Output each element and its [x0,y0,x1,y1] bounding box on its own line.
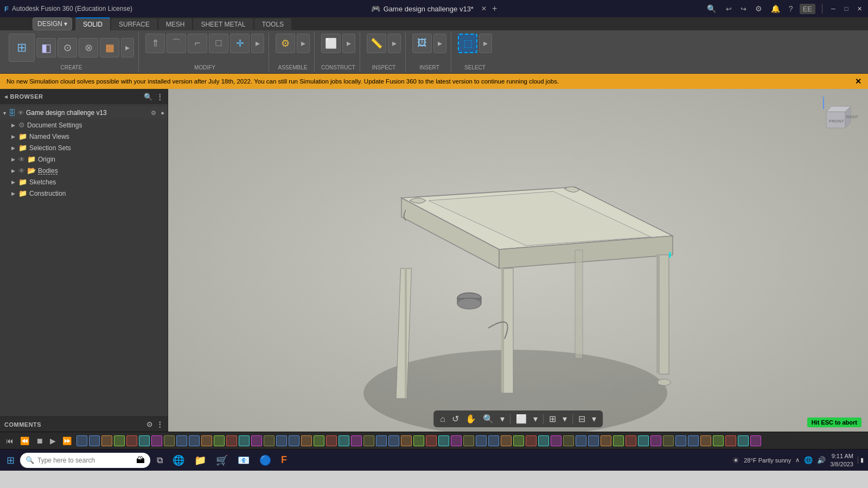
maximize-button[interactable]: □ [842,4,851,13]
timeline-icon-38[interactable] [551,435,561,446]
volume-icon[interactable]: 🔊 [817,456,826,464]
taskbar-edge-icon[interactable]: 🌐 [169,453,188,467]
more-select-button[interactable]: ▸ [479,34,492,53]
tab-mesh[interactable]: MESH [158,18,193,30]
grid-button[interactable]: ⊞ [547,413,558,425]
root-gear-icon[interactable]: ⚙ [151,110,156,117]
tree-item-construction[interactable]: ▶ 📁 Construction [0,188,168,199]
timeline-prev-button[interactable]: ⏪ [18,435,31,446]
timeline-icon-32[interactable] [476,435,487,446]
settings-icon[interactable]: ⚙ [753,3,764,14]
more-insert-button[interactable]: ▸ [433,34,446,53]
timeline-icon-42[interactable] [601,435,611,446]
joint-button[interactable]: ⚙ [276,34,295,53]
collapse-browser-icon[interactable]: ◂ [4,93,8,100]
section-dropdown-button[interactable]: ▾ [590,413,598,425]
add-tab-icon[interactable]: + [492,4,497,14]
timeline-icon-40[interactable] [576,435,586,446]
new-component-button[interactable]: ⊞ [9,34,35,62]
timeline-icon-4[interactable] [126,435,137,446]
display-dropdown-button[interactable]: ▾ [531,413,540,425]
home-view-button[interactable]: ⌂ [438,413,448,425]
timeline-icon-51[interactable] [713,435,724,446]
design-mode-button[interactable]: DESIGN ▾ [33,17,72,30]
timeline-icon-54[interactable] [750,435,761,446]
more-modify-button[interactable]: ▸ [251,34,264,53]
undo-icon[interactable]: ↩ [724,4,734,14]
tree-item-origin[interactable]: ▶ 👁 📁 Origin [0,153,168,165]
timeline-icon-30[interactable] [451,435,462,446]
timeline-icon-24[interactable] [376,435,387,446]
zoom-button[interactable]: 🔍 [481,413,496,425]
taskbar-fusion-icon[interactable]: F [278,453,290,467]
pan-button[interactable]: ✋ [463,413,478,425]
taskbar-store-icon[interactable]: 🛒 [213,453,231,467]
timeline-icon-19[interactable] [314,435,324,446]
timeline-next-button[interactable]: ⏩ [61,435,73,446]
tray-expand-icon[interactable]: ∧ [795,457,800,464]
move-button[interactable]: ✛ [230,34,250,53]
timeline-icon-43[interactable] [613,435,624,446]
root-more-icon[interactable]: ● [161,110,164,116]
tab-solid[interactable]: SOLID [75,17,110,30]
show-desktop-button[interactable]: ▮ [858,457,864,464]
timeline-icon-36[interactable] [526,435,537,446]
hole-button[interactable]: ⊗ [79,38,98,57]
timeline-icon-15[interactable] [264,435,275,446]
timeline-icon-34[interactable] [501,435,512,446]
tab-tools[interactable]: TOOLS [254,18,291,30]
timeline-icon-48[interactable] [675,435,686,446]
timeline-icon-18[interactable] [301,435,312,446]
timeline-icon-33[interactable] [488,435,499,446]
tree-root-item[interactable]: ▾ 🗄 👁 Game design challenge v13 ⚙ ● [0,106,168,119]
timeline-icon-14[interactable] [251,435,262,446]
tree-item-selection-sets[interactable]: ▶ 📁 Selection Sets [0,142,168,153]
search-icon-title[interactable]: 🔍 [704,3,719,14]
timeline-icon-13[interactable] [239,435,250,446]
timeline-icon-46[interactable] [650,435,661,446]
close-tab-icon[interactable]: ✕ [481,5,487,12]
timeline-icon-6[interactable] [151,435,162,446]
timeline-icon-26[interactable] [401,435,412,446]
timeline-play-button[interactable]: ▶ [48,435,58,446]
timeline-icon-22[interactable] [351,435,362,446]
orbit-button[interactable]: ↺ [450,413,461,425]
taskbar-mail-icon[interactable]: 📧 [234,453,253,467]
search-input[interactable] [37,457,133,464]
search-bar[interactable]: 🔍 🏔 [20,453,150,468]
task-view-button[interactable]: ⧉ [154,453,166,467]
timeline-icon-45[interactable] [638,435,649,446]
redo-icon[interactable]: ↪ [738,4,749,14]
timeline-icon-21[interactable] [339,435,349,446]
timeline-icon-2[interactable] [101,435,112,446]
fillet-button[interactable]: ⌒ [167,34,186,53]
comments-expand-icon[interactable]: ⊙ [146,420,153,428]
shell-button[interactable]: □ [209,34,228,53]
grid-dropdown-button[interactable]: ▾ [560,413,569,425]
taskbar-files-icon[interactable]: 📁 [191,453,209,467]
select-button[interactable]: ⬚ [458,34,477,53]
browser-search-icon[interactable]: 🔍 [144,93,153,101]
more-assemble-button[interactable]: ▸ [297,34,310,53]
timeline-stop-button[interactable]: ⏹ [34,435,45,446]
extrude-button[interactable]: ◧ [36,38,56,57]
timeline-icon-47[interactable] [663,435,674,446]
timeline-icon-39[interactable] [563,435,574,446]
timeline-icon-3[interactable] [114,435,125,446]
timeline-icon-50[interactable] [700,435,711,446]
timeline-icon-37[interactable] [538,435,549,446]
timeline-icon-44[interactable] [626,435,636,446]
timeline-icon-20[interactable] [326,435,337,446]
start-button[interactable]: ⊞ [4,452,17,468]
close-button[interactable]: ✕ [855,4,864,13]
timeline-icon-16[interactable] [276,435,287,446]
offset-plane-button[interactable]: ⬜ [321,34,341,53]
timeline-icon-9[interactable] [189,435,200,446]
timeline-icon-23[interactable] [363,435,374,446]
revolve-button[interactable]: ⊙ [58,38,77,57]
chamfer-button[interactable]: ⌐ [188,34,207,53]
tab-sheet-metal[interactable]: SHEET METAL [193,18,253,30]
taskbar-chrome-icon[interactable]: 🔵 [256,453,275,467]
timeline-icon-35[interactable] [513,435,524,446]
timeline-icon-12[interactable] [226,435,237,446]
